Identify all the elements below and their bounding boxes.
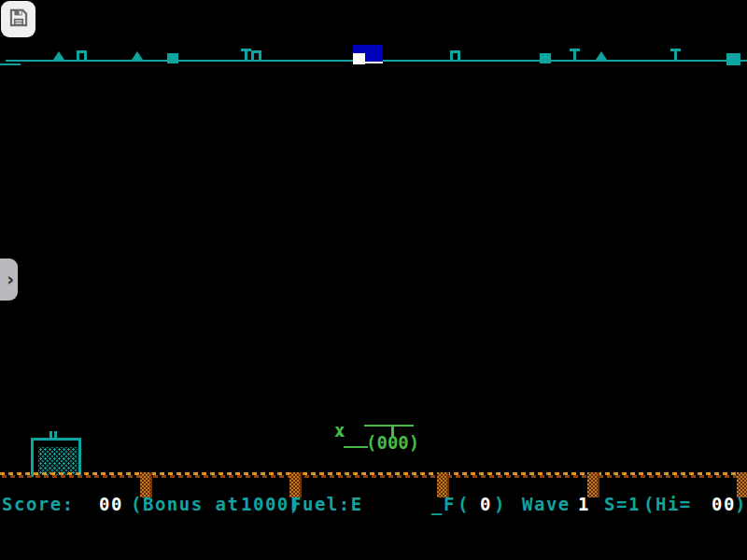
heli-tail-tip: `: [336, 433, 346, 451]
status-wave-label: Wave: [522, 494, 571, 515]
ground-post: [289, 472, 302, 497]
save-button[interactable]: [1, 1, 35, 37]
radar-blip-building: [450, 50, 460, 63]
radar-blip-square: [726, 53, 740, 65]
radar-blip-triangle: [596, 51, 607, 60]
radar-blip-square: [540, 53, 551, 63]
radar-blip-tee: [241, 49, 251, 63]
heli-main-rotor: [364, 425, 414, 427]
heli-body: (000): [366, 434, 419, 452]
status-bar: Score:00(Bonus at1000)Fuel:E_F(0)Wave1S=…: [0, 491, 747, 517]
status-fuel-count: 0: [480, 494, 492, 515]
radar-blip-triangle: [132, 51, 143, 60]
radar-blip-square: [167, 53, 178, 63]
radar-blip-building: [251, 50, 261, 63]
ground-post: [140, 472, 152, 497]
radar-blip-building: [77, 50, 87, 63]
radar-blip-tee: [570, 49, 580, 63]
radar-viewport-underline: [365, 62, 383, 63]
ground: [0, 472, 747, 479]
depot-fuel-fill: [38, 447, 78, 475]
status-hi-value: 00: [712, 494, 736, 515]
status-fuel-paren-open: (: [458, 494, 470, 515]
ground-dashes-bottom: [2, 475, 747, 478]
radar-viewport: [353, 45, 383, 63]
status-score-label: Score:: [2, 494, 75, 515]
drawer-toggle-button[interactable]: ›: [0, 259, 18, 301]
status-score-value: 00: [99, 494, 123, 515]
radar-strip: [0, 0, 747, 75]
floppy-icon: [8, 7, 29, 32]
radar-player-marker: [353, 53, 365, 64]
ground-post: [437, 472, 449, 497]
ground-post: [737, 472, 747, 497]
game-screen[interactable]: x ` (000) Score:00(Bonus at1000)Fuel:E_F…: [0, 0, 747, 560]
radar-blip-tee: [670, 49, 681, 63]
fuel-depot: [31, 438, 81, 477]
status-ships-label: S=1: [604, 494, 641, 515]
radar-blip-triangle: [53, 51, 64, 60]
status-fuel-paren-close: ): [494, 494, 506, 515]
chevron-right-icon: ›: [7, 271, 14, 288]
status-hi-label: (Hi=: [643, 494, 692, 515]
player-helicopter: x ` (000): [331, 418, 425, 457]
ground-post: [587, 472, 599, 497]
heli-tail-boom: [344, 446, 368, 448]
depot-chimney: [54, 431, 57, 441]
depot-chimney: [49, 431, 52, 441]
radar-terrain-line-step: [0, 63, 21, 65]
